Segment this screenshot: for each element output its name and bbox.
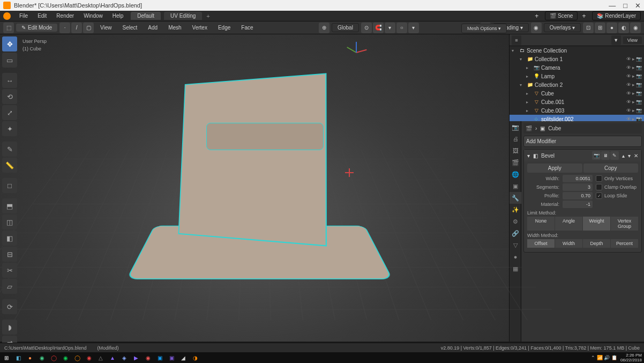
tool-addcube[interactable]: □ (2, 178, 17, 193)
expand-icon[interactable]: ▾ (527, 153, 530, 159)
gizmo-z-axis[interactable] (356, 42, 357, 53)
snap-type-icon[interactable]: ▾ (385, 23, 395, 33)
taskbar-app-2[interactable]: ● (26, 353, 34, 362)
solid-shading-icon[interactable]: ● (606, 23, 617, 33)
editor-type-icon[interactable]: ⬚ (3, 23, 14, 33)
taskbar-app-9[interactable]: ▲ (108, 353, 117, 362)
outliner-item-lamp[interactable]: ▸💡Lamp👁▸📷 (510, 72, 644, 80)
taskbar-app-4[interactable]: ◯ (49, 353, 58, 362)
eye-icon[interactable]: 👁 (626, 73, 631, 79)
taskbar-clock[interactable]: 2:26 PM 06/22/2018 (620, 353, 642, 362)
render-icon[interactable]: 📷 (636, 99, 642, 105)
select-icon[interactable]: ▸ (632, 56, 635, 62)
wm-width[interactable]: Width (555, 239, 582, 248)
proportional-type-icon[interactable]: ▾ (408, 23, 419, 33)
limit-angle[interactable]: Angle (555, 217, 582, 231)
outliner-scene-root[interactable]: ▾🗀 Scene Collection (510, 46, 644, 55)
taskbar-app-8[interactable]: △ (96, 353, 105, 362)
overlays-toggle-icon[interactable]: ◉ (531, 23, 542, 33)
ptab-particles-icon[interactable]: ✨ (510, 204, 521, 216)
orientation-icon[interactable]: ⊕ (319, 23, 330, 33)
pivot-icon[interactable]: ⊙ (361, 23, 372, 33)
mod-render-toggle[interactable]: 📷 (592, 151, 601, 160)
mod-movedown-icon[interactable]: ▾ (628, 153, 631, 159)
tool-transform[interactable]: ✦ (2, 121, 17, 136)
outliner-item-splitslider002[interactable]: ⊹splitslider.002👁▸📷 (510, 115, 644, 121)
tool-loopcut[interactable]: ⊟ (2, 247, 17, 262)
vertex-select-icon[interactable]: · (59, 23, 70, 33)
eye-icon[interactable]: 👁 (626, 91, 631, 96)
render-icon[interactable]: 📷 (636, 82, 642, 87)
wm-percent[interactable]: Percent (611, 239, 638, 248)
outliner-item-cube001[interactable]: ▸▽Cube.001👁▸📷 (510, 98, 644, 106)
select-icon[interactable]: ▸ (632, 73, 635, 79)
outliner-item-camera[interactable]: ▸📷Camera👁▸📷 (510, 63, 644, 72)
header-menu-face[interactable]: Face (237, 24, 257, 32)
taskbar-app-0[interactable]: ⊞ (2, 353, 11, 362)
mod-moveup-icon[interactable]: ▴ (622, 153, 625, 159)
wireframe-shading-icon[interactable]: ⊞ (595, 23, 605, 33)
menu-file[interactable]: File (15, 12, 32, 20)
outliner-item-cube003[interactable]: ▸▽Cube.003👁▸📷 (510, 106, 644, 115)
tool-spin[interactable]: ⟳ (2, 299, 17, 314)
modifier-header[interactable]: ▾ ◧ Bevel 📷 🖥 ✎ ▴ ▾ ✕ (524, 150, 641, 161)
mod-delete-icon[interactable]: ✕ (634, 153, 638, 159)
eye-icon[interactable]: 👁 (626, 116, 631, 121)
mod-realtime-toggle[interactable]: 🖥 (601, 151, 610, 160)
header-menu-select[interactable]: Select (118, 24, 142, 32)
mesh-options-dropdown[interactable]: Mesh Options ▾ (461, 24, 507, 33)
menu-render[interactable]: Render (52, 12, 78, 20)
material-input[interactable]: -1 (563, 201, 593, 208)
taskbar-app-5[interactable]: ◉ (61, 353, 70, 362)
orientation-dropdown[interactable]: Global (332, 23, 359, 32)
mode-dropdown[interactable]: ✎ Edit Mode (16, 24, 57, 32)
taskbar-app-12[interactable]: ◉ (144, 353, 152, 362)
ptab-mesh-icon[interactable]: ▽ (510, 239, 521, 251)
eye-icon[interactable]: 👁 (626, 56, 631, 62)
close-button[interactable]: ✕ (635, 2, 641, 10)
tool-polybuild[interactable]: ▱ (2, 279, 17, 294)
eye-icon[interactable]: 👁 (626, 99, 631, 105)
profile-input[interactable]: 0.70 (563, 192, 593, 199)
eye-icon[interactable]: 👁 (626, 108, 631, 113)
apply-button[interactable]: Apply (527, 164, 582, 173)
workspace-tab-default[interactable]: Default (131, 12, 161, 20)
tool-move[interactable]: ↔ (2, 73, 17, 88)
edge-select-icon[interactable]: / (71, 23, 82, 33)
wm-depth[interactable]: Depth (583, 239, 610, 248)
workspace-add-button[interactable]: + (203, 12, 213, 20)
taskbar-app-13[interactable]: ▣ (155, 353, 164, 362)
render-icon[interactable]: 📷 (636, 108, 642, 113)
ptab-viewlayer-icon[interactable]: 🖼 (510, 145, 521, 157)
menu-window[interactable]: Window (79, 12, 107, 20)
orientation-gizmo[interactable] (343, 39, 370, 65)
scene-prev-button[interactable]: + (531, 11, 542, 21)
lookdev-shading-icon[interactable]: ◐ (618, 23, 629, 33)
limit-vgroup[interactable]: Vertex Group (611, 217, 638, 231)
limit-weight[interactable]: Weight (583, 217, 610, 231)
render-icon[interactable]: 📷 (636, 65, 642, 70)
system-tray[interactable]: ⌃ 📶 🔊 📋 (591, 355, 617, 360)
taskbar-app-7[interactable]: ◉ (85, 353, 93, 362)
taskbar-app-3[interactable]: ◉ (38, 353, 46, 362)
ptab-constraints-icon[interactable]: 🔗 (510, 227, 521, 239)
menu-help[interactable]: Help (108, 12, 128, 20)
gizmo-x-axis[interactable] (356, 49, 367, 53)
xray-icon[interactable]: ⊡ (583, 23, 594, 33)
renderlayer-dropdown[interactable]: 📚 RenderLayer (592, 11, 641, 20)
header-menu-add[interactable]: Add (144, 24, 162, 32)
tool-inset[interactable]: ◫ (2, 214, 17, 229)
outliner-item-cube[interactable]: ▸▽Cube👁▸📷 (510, 89, 644, 98)
snap-icon[interactable]: 🧲 (373, 23, 384, 33)
tool-smooth[interactable]: ◗ (2, 320, 17, 335)
header-menu-vertex[interactable]: Vertex (188, 24, 212, 32)
select-icon[interactable]: ▸ (632, 91, 635, 96)
select-icon[interactable]: ▸ (632, 108, 635, 113)
header-menu-edge[interactable]: Edge (214, 24, 235, 32)
3d-model[interactable] (153, 65, 366, 295)
render-icon[interactable]: 📷 (636, 91, 642, 96)
limit-none[interactable]: None (527, 217, 555, 231)
ptab-output-icon[interactable]: 🖨 (510, 133, 521, 145)
width-input[interactable]: 0.0051 (563, 175, 593, 182)
ptab-scene-icon[interactable]: 🎬 (510, 157, 521, 168)
